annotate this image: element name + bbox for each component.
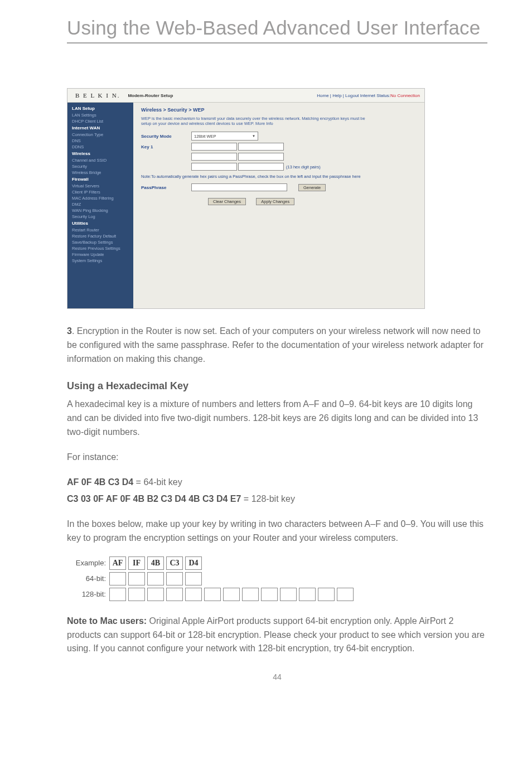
key-cell[interactable] xyxy=(166,588,183,601)
example-cell: 4B xyxy=(147,556,164,570)
key-entry-table: Example: AF IF 4B C3 D4 64-bit: 128-bit: xyxy=(67,556,487,601)
passphrase-note: Note:To automatically generate hex pairs… xyxy=(141,174,375,179)
key1-input-a[interactable] xyxy=(191,143,237,151)
title-divider xyxy=(67,42,487,43)
sidebar: LAN Setup LAN Settings DHCP Client List … xyxy=(67,103,133,308)
key1-input-c[interactable] xyxy=(191,153,237,161)
key-cell[interactable] xyxy=(166,572,183,585)
status-badge: No Connection xyxy=(390,93,420,98)
sidebar-item[interactable]: DMZ xyxy=(67,201,133,207)
key-hint: (13 hex digit pairs) xyxy=(286,164,321,170)
header-links-text: Home | Help | Logout Internet Status: xyxy=(317,93,390,98)
sidebar-item[interactable]: Firmware Update xyxy=(67,251,133,258)
example-row-label: Example: xyxy=(67,559,109,567)
key-cell[interactable] xyxy=(147,588,164,601)
example-cell: C3 xyxy=(166,556,183,570)
breadcrumb: Wireless > Security > WEP xyxy=(141,107,417,113)
sidebar-item[interactable]: Restore Previous Settings xyxy=(67,245,133,251)
sidebar-heading-lan: LAN Setup xyxy=(67,105,133,112)
sidebar-heading-wireless: Wireless xyxy=(67,150,133,157)
key-cell[interactable] xyxy=(299,588,316,601)
key-cell[interactable] xyxy=(223,588,240,601)
row-128bit-label: 128-bit: xyxy=(67,590,109,598)
instruction-paragraph: In the boxes below, make up your key by … xyxy=(67,517,487,545)
key-cell[interactable] xyxy=(109,588,126,601)
sidebar-item[interactable]: Channel and SSID xyxy=(67,157,133,163)
router-screenshot: B E L K I N. Modem-Router Setup Home | H… xyxy=(67,88,425,309)
passphrase-label: PassPhrase xyxy=(141,185,191,190)
header-links[interactable]: Home | Help | Logout Internet Status:No … xyxy=(317,93,424,98)
sidebar-item[interactable]: DDNS xyxy=(67,144,133,150)
sidebar-item[interactable]: DNS xyxy=(67,138,133,144)
sidebar-item[interactable]: MAC Address Filtering xyxy=(67,195,133,201)
panel-description: WEP is the basic mechanism to transmit y… xyxy=(141,116,375,126)
sidebar-item[interactable]: Client IP Filters xyxy=(67,189,133,195)
example-cell: AF xyxy=(109,556,126,570)
sidebar-item[interactable]: Save/Backup Settings xyxy=(67,239,133,245)
key-cell[interactable] xyxy=(261,588,278,601)
security-mode-value: 128bit WEP xyxy=(194,134,216,139)
step3-paragraph: 3. Encryption in the Router is now set. … xyxy=(67,325,487,366)
hex-paragraph-2: For instance: xyxy=(67,451,487,464)
screenshot-subtitle: Modem-Router Setup xyxy=(128,93,317,98)
sidebar-item[interactable]: Connection Type xyxy=(67,132,133,138)
security-mode-label: Security Mode xyxy=(141,134,191,139)
sidebar-item[interactable]: WAN Ping Blocking xyxy=(67,207,133,214)
example-cell: IF xyxy=(128,556,145,570)
sidebar-heading-utilities: Utilities xyxy=(67,220,133,227)
security-mode-select[interactable]: 128bit WEP ▼ xyxy=(191,132,258,141)
key-cell[interactable] xyxy=(109,572,126,585)
key-cell[interactable] xyxy=(185,588,202,601)
brand-logo: B E L K I N. xyxy=(67,92,128,99)
key-cell[interactable] xyxy=(318,588,335,601)
sidebar-item[interactable]: Security xyxy=(67,163,133,170)
sidebar-item[interactable]: LAN Settings xyxy=(67,112,133,118)
row-64bit-label: 64-bit: xyxy=(67,574,109,583)
step-number: 3 xyxy=(67,326,72,336)
example-cell: D4 xyxy=(185,556,202,570)
key-cell[interactable] xyxy=(147,572,164,585)
key-cell[interactable] xyxy=(337,588,354,601)
hex-paragraph-1: A hexadecimal key is a mixture of number… xyxy=(67,398,487,439)
chevron-down-icon: ▼ xyxy=(252,134,255,138)
key1-input-b[interactable] xyxy=(238,143,284,151)
sidebar-item[interactable]: Restore Factory Default xyxy=(67,233,133,239)
key1-input-d[interactable] xyxy=(238,153,284,161)
apply-changes-button[interactable]: Apply Changes xyxy=(256,198,294,205)
key-cell[interactable] xyxy=(204,588,221,601)
sidebar-heading-wan: Internet WAN xyxy=(67,124,133,132)
sidebar-item[interactable]: System Settings xyxy=(67,258,133,264)
key-cell[interactable] xyxy=(185,572,202,585)
clear-changes-button[interactable]: Clear Changes xyxy=(208,198,246,205)
key1-label: Key 1 xyxy=(141,144,191,149)
key-cell[interactable] xyxy=(128,572,145,585)
passphrase-input[interactable] xyxy=(191,183,287,191)
hex-heading: Using a Hexadecimal Key xyxy=(67,380,487,392)
key1-input-e[interactable] xyxy=(191,163,237,171)
mac-note: Note to Mac users: Original Apple AirPor… xyxy=(67,614,487,656)
key-cell[interactable] xyxy=(128,588,145,601)
page-number: 44 xyxy=(67,672,487,681)
sidebar-item[interactable]: Restart Router xyxy=(67,227,133,233)
sidebar-item[interactable]: DHCP Client List xyxy=(67,118,133,124)
key-cell[interactable] xyxy=(242,588,259,601)
more-info-link[interactable]: More Info xyxy=(255,121,273,126)
sidebar-heading-firewall: Firewall xyxy=(67,176,133,183)
sidebar-item[interactable]: Wireless Bridge xyxy=(67,170,133,176)
key1-input-f[interactable] xyxy=(238,163,284,171)
key-cell[interactable] xyxy=(280,588,297,601)
sidebar-item[interactable]: Virtual Servers xyxy=(67,183,133,189)
sidebar-item[interactable]: Security Log xyxy=(67,214,133,220)
key-128bit-example: C3 03 0F AF 0F 4B B2 C3 D4 4B C3 D4 E7 =… xyxy=(67,492,487,506)
key-64bit-example: AF 0F 4B C3 D4 = 64-bit key xyxy=(67,476,487,490)
main-panel: Wireless > Security > WEP WEP is the bas… xyxy=(133,103,424,308)
page-title: Using the Web-Based Advanced User Interf… xyxy=(67,17,487,39)
generate-button[interactable]: Generate xyxy=(298,184,326,191)
